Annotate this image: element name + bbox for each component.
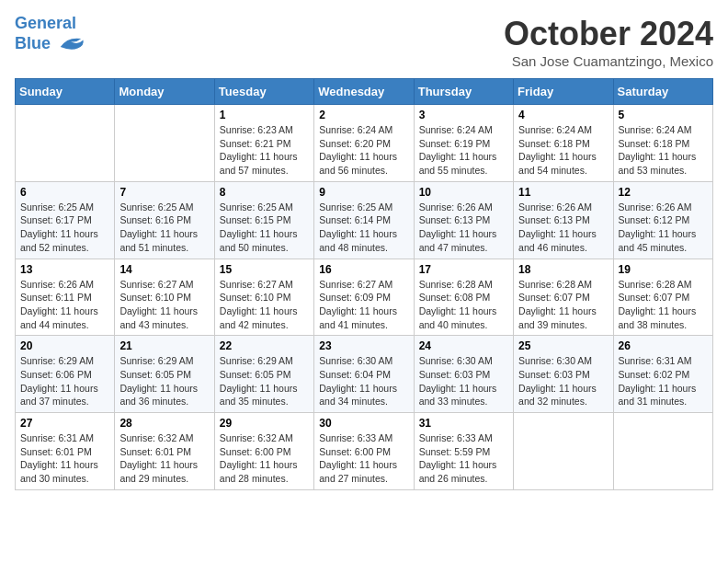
day-info: Sunrise: 6:26 AM Sunset: 6:11 PM Dayligh…: [20, 278, 109, 332]
day-number: 14: [119, 263, 209, 276]
calendar-cell: 2Sunrise: 6:24 AM Sunset: 6:20 PM Daylig…: [314, 105, 414, 182]
day-info: Sunrise: 6:28 AM Sunset: 6:08 PM Dayligh…: [419, 278, 508, 332]
calendar-cell: 20Sunrise: 6:29 AM Sunset: 6:06 PM Dayli…: [16, 336, 115, 413]
day-info: Sunrise: 6:28 AM Sunset: 6:07 PM Dayligh…: [619, 278, 708, 332]
calendar-cell: 26Sunrise: 6:31 AM Sunset: 6:02 PM Dayli…: [613, 336, 712, 413]
day-number: 10: [419, 186, 508, 199]
calendar-cell: 18Sunrise: 6:28 AM Sunset: 6:07 PM Dayli…: [514, 259, 613, 336]
day-number: 11: [518, 186, 608, 199]
day-number: 21: [119, 339, 209, 352]
day-info: Sunrise: 6:24 AM Sunset: 6:20 PM Dayligh…: [319, 123, 408, 178]
day-number: 1: [220, 109, 309, 121]
day-header-friday: Friday: [514, 79, 613, 105]
day-number: 16: [319, 263, 408, 276]
day-info: Sunrise: 6:25 AM Sunset: 6:17 PM Dayligh…: [20, 201, 109, 255]
calendar-cell: [613, 413, 712, 490]
calendar-cell: 8Sunrise: 6:25 AM Sunset: 6:15 PM Daylig…: [214, 181, 313, 259]
day-number: 5: [619, 109, 708, 121]
day-number: 3: [419, 109, 508, 121]
day-number: 28: [119, 417, 209, 430]
day-number: 31: [419, 417, 508, 430]
day-number: 25: [518, 339, 608, 352]
month-title: October 2024: [504, 15, 713, 53]
title-block: October 2024 San Jose Cuamantzingo, Mexi…: [504, 15, 713, 69]
calendar-cell: 1Sunrise: 6:23 AM Sunset: 6:21 PM Daylig…: [214, 105, 313, 182]
day-info: Sunrise: 6:25 AM Sunset: 6:16 PM Dayligh…: [119, 201, 209, 255]
day-number: 8: [220, 186, 309, 199]
day-info: Sunrise: 6:27 AM Sunset: 6:09 PM Dayligh…: [319, 278, 408, 332]
logo-bird-icon: [57, 33, 85, 55]
calendar-cell: 19Sunrise: 6:28 AM Sunset: 6:07 PM Dayli…: [613, 259, 712, 336]
day-number: 9: [319, 186, 408, 199]
day-info: Sunrise: 6:32 AM Sunset: 6:01 PM Dayligh…: [119, 431, 209, 486]
calendar-cell: 17Sunrise: 6:28 AM Sunset: 6:08 PM Dayli…: [414, 259, 513, 336]
location: San Jose Cuamantzingo, Mexico: [504, 53, 713, 69]
calendar-cell: 29Sunrise: 6:32 AM Sunset: 6:00 PM Dayli…: [214, 413, 313, 490]
day-info: Sunrise: 6:26 AM Sunset: 6:13 PM Dayligh…: [518, 201, 608, 255]
calendar-cell: 5Sunrise: 6:24 AM Sunset: 6:18 PM Daylig…: [613, 105, 712, 182]
calendar-cell: 31Sunrise: 6:33 AM Sunset: 5:59 PM Dayli…: [414, 413, 513, 490]
day-number: 24: [419, 339, 508, 352]
day-number: 6: [20, 186, 109, 199]
calendar-cell: 7Sunrise: 6:25 AM Sunset: 6:16 PM Daylig…: [115, 181, 214, 259]
logo-text: General: [15, 15, 85, 33]
day-number: 27: [20, 417, 109, 430]
day-info: Sunrise: 6:24 AM Sunset: 6:18 PM Dayligh…: [619, 123, 708, 178]
calendar-cell: 11Sunrise: 6:26 AM Sunset: 6:13 PM Dayli…: [514, 181, 613, 259]
calendar-cell: 25Sunrise: 6:30 AM Sunset: 6:03 PM Dayli…: [514, 336, 613, 413]
day-info: Sunrise: 6:31 AM Sunset: 6:02 PM Dayligh…: [619, 354, 708, 408]
day-info: Sunrise: 6:30 AM Sunset: 6:03 PM Dayligh…: [419, 354, 508, 408]
day-info: Sunrise: 6:29 AM Sunset: 6:06 PM Dayligh…: [20, 354, 109, 408]
day-info: Sunrise: 6:25 AM Sunset: 6:15 PM Dayligh…: [220, 201, 309, 255]
day-info: Sunrise: 6:27 AM Sunset: 6:10 PM Dayligh…: [220, 278, 309, 332]
calendar-cell: 6Sunrise: 6:25 AM Sunset: 6:17 PM Daylig…: [16, 181, 115, 259]
day-info: Sunrise: 6:24 AM Sunset: 6:19 PM Dayligh…: [419, 123, 508, 178]
calendar-cell: 14Sunrise: 6:27 AM Sunset: 6:10 PM Dayli…: [115, 259, 214, 336]
calendar-cell: 30Sunrise: 6:33 AM Sunset: 6:00 PM Dayli…: [314, 413, 414, 490]
calendar-cell: 15Sunrise: 6:27 AM Sunset: 6:10 PM Dayli…: [214, 259, 313, 336]
calendar-cell: 12Sunrise: 6:26 AM Sunset: 6:12 PM Dayli…: [613, 181, 712, 259]
header-row: SundayMondayTuesdayWednesdayThursdayFrid…: [16, 79, 713, 105]
day-info: Sunrise: 6:32 AM Sunset: 6:00 PM Dayligh…: [220, 431, 309, 486]
logo-text2: Blue: [15, 33, 85, 55]
day-number: 29: [220, 417, 309, 430]
calendar-cell: 13Sunrise: 6:26 AM Sunset: 6:11 PM Dayli…: [16, 259, 115, 336]
calendar-cell: [514, 413, 613, 490]
day-number: 30: [319, 417, 408, 430]
logo: General Blue: [15, 15, 85, 55]
day-info: Sunrise: 6:31 AM Sunset: 6:01 PM Dayligh…: [20, 431, 109, 486]
day-number: 13: [20, 263, 109, 276]
calendar-cell: 9Sunrise: 6:25 AM Sunset: 6:14 PM Daylig…: [314, 181, 414, 259]
week-row-2: 6Sunrise: 6:25 AM Sunset: 6:17 PM Daylig…: [16, 181, 713, 259]
day-info: Sunrise: 6:29 AM Sunset: 6:05 PM Dayligh…: [220, 354, 309, 408]
day-number: 15: [220, 263, 309, 276]
day-info: Sunrise: 6:30 AM Sunset: 6:03 PM Dayligh…: [518, 354, 608, 408]
day-number: 26: [619, 339, 708, 352]
day-number: 7: [119, 186, 209, 199]
week-row-3: 13Sunrise: 6:26 AM Sunset: 6:11 PM Dayli…: [16, 259, 713, 336]
day-number: 20: [20, 339, 109, 352]
day-info: Sunrise: 6:33 AM Sunset: 6:00 PM Dayligh…: [319, 431, 408, 486]
day-info: Sunrise: 6:29 AM Sunset: 6:05 PM Dayligh…: [119, 354, 209, 408]
day-header-thursday: Thursday: [414, 79, 513, 105]
day-number: 23: [319, 339, 408, 352]
calendar-cell: 27Sunrise: 6:31 AM Sunset: 6:01 PM Dayli…: [16, 413, 115, 490]
day-header-saturday: Saturday: [613, 79, 712, 105]
day-number: 18: [518, 263, 608, 276]
week-row-1: 1Sunrise: 6:23 AM Sunset: 6:21 PM Daylig…: [16, 105, 713, 182]
day-number: 12: [619, 186, 708, 199]
calendar-cell: 3Sunrise: 6:24 AM Sunset: 6:19 PM Daylig…: [414, 105, 513, 182]
day-number: 2: [319, 109, 408, 121]
calendar-cell: [16, 105, 115, 182]
day-info: Sunrise: 6:33 AM Sunset: 5:59 PM Dayligh…: [419, 431, 508, 486]
calendar-cell: 22Sunrise: 6:29 AM Sunset: 6:05 PM Dayli…: [214, 336, 313, 413]
day-header-wednesday: Wednesday: [314, 79, 414, 105]
week-row-4: 20Sunrise: 6:29 AM Sunset: 6:06 PM Dayli…: [16, 336, 713, 413]
day-header-tuesday: Tuesday: [214, 79, 313, 105]
day-info: Sunrise: 6:28 AM Sunset: 6:07 PM Dayligh…: [518, 278, 608, 332]
week-row-5: 27Sunrise: 6:31 AM Sunset: 6:01 PM Dayli…: [16, 413, 713, 490]
day-info: Sunrise: 6:27 AM Sunset: 6:10 PM Dayligh…: [119, 278, 209, 332]
day-number: 4: [518, 109, 608, 121]
day-info: Sunrise: 6:24 AM Sunset: 6:18 PM Dayligh…: [518, 123, 608, 178]
calendar-cell: 24Sunrise: 6:30 AM Sunset: 6:03 PM Dayli…: [414, 336, 513, 413]
